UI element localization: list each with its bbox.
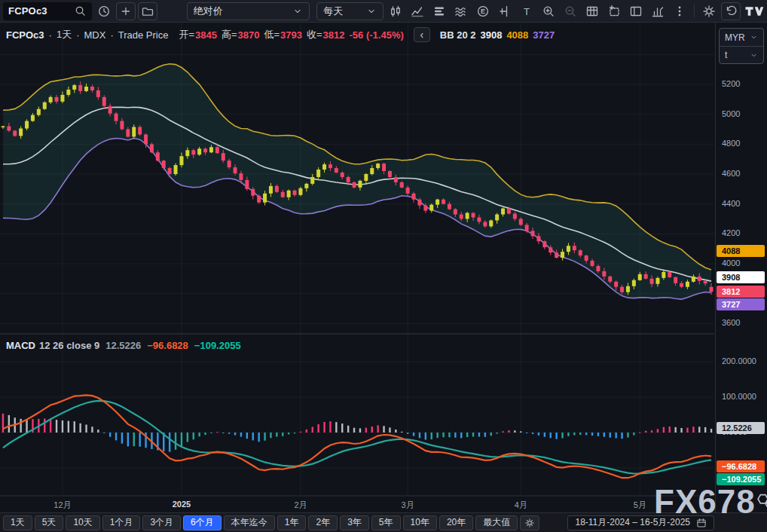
open-value: 3845 <box>195 29 217 41</box>
macd-legend: MACD 12 26 close 9 12.5226 −96.6828 −109… <box>6 340 241 351</box>
top-toolbar: FCPOc3 绝对价 每天 E T <box>0 0 767 23</box>
chevron-down-icon <box>292 6 303 17</box>
price-axis-label: 4600 <box>722 169 740 178</box>
range-button-6个月[interactable]: 6个月 <box>183 515 222 530</box>
currency-dropdown[interactable]: MYR <box>720 29 763 46</box>
low-label: 低= <box>264 28 280 41</box>
time-axis-label: 3月 <box>402 500 414 511</box>
high-label: 高= <box>222 28 237 41</box>
price-badge: 4088 <box>717 245 765 257</box>
open-label: 开= <box>179 28 194 41</box>
settings-icon[interactable] <box>699 2 719 20</box>
bb-indicator-title[interactable]: BB 20 2 <box>440 29 476 41</box>
range-button-2年[interactable]: 2年 <box>308 515 338 530</box>
chevron-down-icon <box>750 33 758 41</box>
price-axis-label: 4200 <box>722 228 740 237</box>
price-badge: 3908 <box>717 271 765 283</box>
grid-table-icon[interactable] <box>582 2 602 20</box>
search-icon <box>74 5 87 17</box>
time-axis-label: 2025 <box>173 500 191 509</box>
unit-dropdown[interactable]: t <box>720 46 763 63</box>
macd-line-value: −96.6828 <box>147 340 188 351</box>
low-value: 3793 <box>280 29 302 41</box>
measure-icon[interactable] <box>495 2 515 20</box>
layout-icon[interactable] <box>626 2 646 20</box>
collapse-legend-button[interactable]: ‹ <box>414 27 430 42</box>
main-chart-legend: FCPOc3 · 1天 · MDX · Trade Price 开=3845 高… <box>6 27 555 42</box>
range-button-1天[interactable]: 1天 <box>3 515 32 530</box>
bb-upper-value: 4088 <box>506 29 528 41</box>
bb-basis-value: 3908 <box>480 29 502 41</box>
price-axis-label: 4400 <box>722 199 740 208</box>
time-axis[interactable]: 12月20252月3月4月5月 <box>0 496 714 512</box>
legend-exchange: MDX <box>84 29 106 41</box>
price-axis[interactable]: MYR t 5200500048004600440042004000360040… <box>715 23 767 512</box>
range-button-5天[interactable]: 5天 <box>35 515 64 530</box>
time-axis-label: 5月 <box>634 500 646 511</box>
price-axis-label: 5200 <box>722 79 740 88</box>
high-value: 3870 <box>238 29 260 41</box>
range-settings-button[interactable] <box>520 515 539 530</box>
macd-badge: 12.5226 <box>717 422 765 434</box>
range-button-3个月[interactable]: 3个月 <box>142 515 181 530</box>
macd-pane <box>2 395 713 478</box>
price-badge: 3812 <box>717 286 765 298</box>
macd-hist-value: 12.5226 <box>105 340 141 351</box>
volume-profile-icon[interactable] <box>648 2 668 20</box>
calendar-icon <box>696 518 707 528</box>
macd-signal-line <box>3 401 711 474</box>
legend-symbol[interactable]: FCPOc3 <box>6 29 44 41</box>
more-options-icon[interactable] <box>670 2 689 20</box>
chevron-down-icon <box>366 6 377 17</box>
price-mode-dropdown[interactable]: 绝对价 <box>187 2 310 20</box>
events-icon[interactable]: E <box>473 2 493 20</box>
price-axis-label: 4000 <box>722 258 740 268</box>
undo-icon[interactable] <box>721 2 741 20</box>
add-symbol-icon[interactable] <box>116 2 136 20</box>
bb-lower-value: 3727 <box>533 29 555 41</box>
legend-interval[interactable]: 1天 <box>57 28 72 41</box>
close-value: 3812 <box>323 29 345 41</box>
symbol-name: FCPOc3 <box>8 5 47 17</box>
macd-signal-value: −109.2055 <box>194 340 241 351</box>
range-button-5年[interactable]: 5年 <box>371 515 401 530</box>
chart-area: FCPOc3 · 1天 · MDX · Trade Price 开=3845 高… <box>0 23 767 512</box>
tradingview-logo[interactable] <box>744 2 764 20</box>
zoom-in-icon[interactable] <box>539 2 558 20</box>
range-button-本年迄今[interactable]: 本年迄今 <box>224 515 275 530</box>
date-range-selector[interactable]: 18-11月-2024 – 16-5月-2025 <box>567 515 714 530</box>
close-label: 收= <box>307 28 322 41</box>
time-axis-label: 4月 <box>515 500 527 511</box>
axis-unit-box: MYR t <box>719 28 764 64</box>
change-value: -56 (-1.45%) <box>350 29 404 41</box>
symbol-search[interactable]: FCPOc3 <box>3 2 92 20</box>
svg-text:T: T <box>524 5 530 17</box>
zoom-out-icon <box>561 2 580 20</box>
macd-badge: −96.6828 <box>717 460 765 472</box>
folder-icon[interactable] <box>138 2 157 20</box>
patterns-icon[interactable] <box>451 2 471 20</box>
text-tool-icon[interactable]: T <box>517 2 536 20</box>
price-axis-label: 5000 <box>722 109 740 118</box>
range-button-1年[interactable]: 1年 <box>277 515 307 530</box>
bottom-toolbar: 1天5天10天1个月3个月6个月本年迄今1年2年3年5年10年20年最大值 18… <box>0 512 767 532</box>
macd-badge: −109.2055 <box>717 473 765 485</box>
range-button-1个月[interactable]: 1个月 <box>102 515 141 530</box>
macd-params: 12 26 close 9 <box>39 340 99 351</box>
range-button-10天[interactable]: 10天 <box>66 515 99 530</box>
range-button-最大值[interactable]: 最大值 <box>475 515 518 530</box>
indicators-icon[interactable] <box>408 2 427 20</box>
range-button-20年[interactable]: 20年 <box>439 515 473 530</box>
candlestick-style-icon[interactable] <box>386 2 405 20</box>
time-axis-label: 2月 <box>294 500 307 511</box>
macd-axis-label: 100.0000 <box>722 392 756 401</box>
chart-canvas[interactable] <box>0 23 714 512</box>
macd-title[interactable]: MACD <box>6 340 35 351</box>
compare-icon[interactable] <box>429 2 449 20</box>
range-button-3年[interactable]: 3年 <box>340 515 369 530</box>
interval-dropdown[interactable]: 每天 <box>316 2 384 20</box>
clock-icon[interactable] <box>94 2 114 20</box>
toolbar-separator <box>694 5 695 18</box>
screenshot-icon[interactable] <box>604 2 624 20</box>
range-button-10年[interactable]: 10年 <box>403 515 437 530</box>
